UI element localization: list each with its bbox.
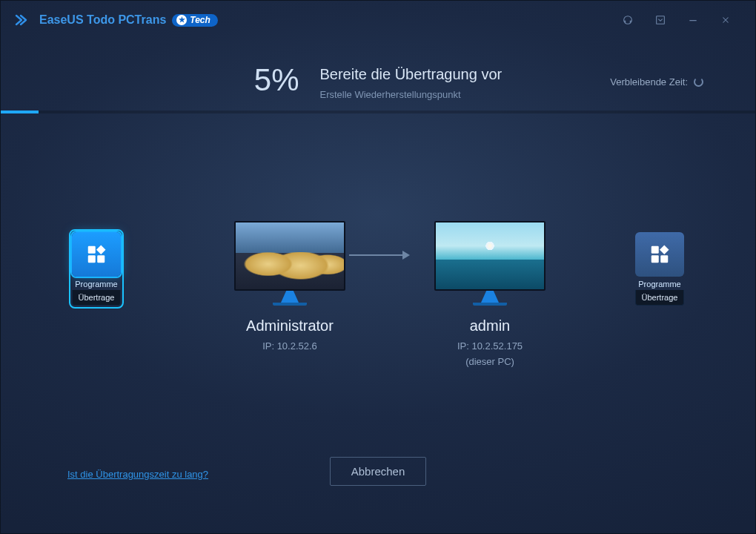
status-area: 5% Bereite die Übertragung vor Erstelle …: [1, 39, 755, 111]
menu-dropdown-icon[interactable]: [644, 7, 677, 33]
target-pc-note: (dieser PC): [416, 356, 564, 367]
app-logo-icon: [14, 11, 32, 29]
svg-rect-6: [651, 255, 659, 263]
footer: Ist die Übertragungszeit zu lang? Abbrec…: [1, 457, 755, 533]
category-card-source[interactable]: Programme Übertrage: [72, 232, 121, 306]
cancel-button[interactable]: Abbrechen: [330, 457, 427, 486]
svg-rect-4: [97, 255, 105, 263]
status-subtitle: Erstelle Wiederherstellungspunkt: [320, 89, 503, 100]
category-status: Übertrage: [72, 290, 121, 306]
target-pc-ip: IP: 10.2.52.175: [416, 340, 564, 352]
edition-badge-text: Tech: [190, 15, 210, 25]
edition-badge: ★ Tech: [172, 14, 218, 27]
category-card-target[interactable]: Programme Übertrage: [635, 232, 684, 306]
source-pc: Administrator IP: 10.2.52.6: [216, 221, 364, 352]
source-pc-ip: IP: 10.2.52.6: [216, 340, 364, 352]
app-title: EaseUS Todo PCTrans: [39, 13, 166, 27]
category-label: Programme: [635, 280, 684, 289]
monitor-icon: [234, 221, 345, 291]
category-label: Programme: [72, 280, 121, 289]
support-icon[interactable]: [611, 7, 644, 33]
titlebar: EaseUS Todo PCTrans ★ Tech: [1, 1, 755, 39]
target-pc: admin IP: 10.2.52.175 (dieser PC): [416, 221, 564, 367]
monitor-icon: [434, 221, 546, 291]
status-title: Bereite die Übertragung vor: [320, 66, 503, 83]
svg-rect-7: [660, 255, 668, 263]
source-pc-name: Administrator: [216, 317, 364, 334]
remaining-time: Verbleibende Zeit:: [610, 76, 703, 88]
target-pc-name: admin: [416, 317, 564, 334]
svg-rect-5: [651, 246, 659, 254]
category-status: Übertrage: [635, 290, 684, 306]
svg-rect-1: [657, 16, 665, 24]
svg-rect-3: [88, 255, 96, 263]
loading-spinner-icon: [694, 77, 703, 87]
svg-rect-2: [88, 246, 96, 254]
transfer-arrow-icon: [349, 254, 408, 256]
remaining-time-label: Verbleibende Zeit:: [610, 76, 688, 88]
app-window: EaseUS Todo PCTrans ★ Tech 5% Bereite: [0, 0, 756, 534]
apps-tile-icon: [635, 232, 684, 277]
progress-percent: 5%: [254, 65, 299, 96]
star-icon: ★: [176, 15, 187, 25]
apps-tile-icon: [72, 232, 121, 277]
close-button[interactable]: [709, 7, 742, 33]
help-link[interactable]: Ist die Übertragungszeit zu lang?: [67, 469, 208, 480]
transfer-diagram: Programme Übertrage Programme Übertrage …: [1, 113, 755, 457]
minimize-button[interactable]: [677, 7, 709, 33]
